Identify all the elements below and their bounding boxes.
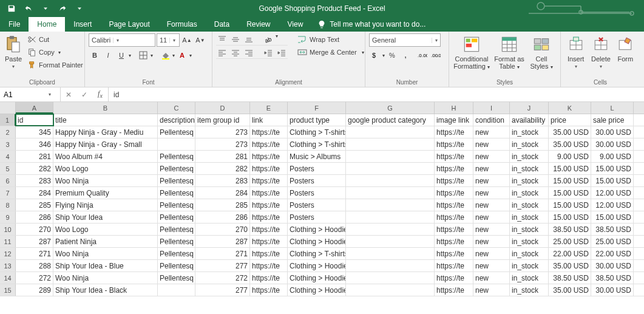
cell[interactable]	[346, 236, 435, 247]
fill-color-button[interactable]	[159, 49, 171, 61]
cell[interactable]: 287	[16, 236, 53, 247]
cell[interactable]: 22.00 USD	[591, 248, 634, 259]
wrap-text-button[interactable]: Wrap Text	[295, 33, 367, 46]
align-right-button[interactable]	[243, 47, 255, 59]
cell[interactable]: Woo Ninja	[53, 272, 158, 284]
row-header-10[interactable]: 10	[0, 224, 16, 235]
cell[interactable]: https://te	[250, 199, 288, 211]
cell[interactable]: 12.00 USD	[591, 187, 634, 199]
row-header-3[interactable]: 3	[0, 138, 16, 150]
cell[interactable]: Pellentesq	[158, 260, 195, 271]
cell[interactable]: Pellentesq	[158, 199, 195, 211]
format-cells-button[interactable]: Form	[615, 33, 636, 63]
cell[interactable]: 277	[195, 284, 250, 296]
cell[interactable]: Clothing > Hoodies	[288, 224, 346, 235]
align-center-button[interactable]	[229, 47, 242, 59]
cell[interactable]: Clothing > Hoodies	[288, 284, 346, 296]
enter-formula-button[interactable]: ✓	[76, 90, 92, 99]
cell[interactable]: 281	[195, 151, 250, 162]
row-header-2[interactable]: 2	[0, 126, 16, 138]
cell[interactable]: 272	[195, 272, 250, 284]
cell[interactable]: 286	[195, 211, 250, 223]
cell[interactable]: 30.00 USD	[591, 138, 634, 150]
cell[interactable]	[346, 199, 435, 211]
cell[interactable]: 25.00 USD	[591, 236, 634, 247]
align-bottom-button[interactable]	[243, 33, 255, 46]
cell[interactable]: sale price	[591, 114, 634, 126]
decrease-indent-button[interactable]	[262, 47, 274, 59]
row-header-7[interactable]: 7	[0, 187, 16, 199]
cell[interactable]: 272	[16, 272, 53, 284]
decrease-decimal-button[interactable]: .00.0	[430, 49, 442, 61]
cell[interactable]: Pellentesq	[158, 211, 195, 223]
delete-cells-button[interactable]: Delete▾	[589, 33, 612, 69]
cell[interactable]: new	[473, 284, 510, 296]
cell[interactable]: new	[473, 126, 510, 138]
cell[interactable]: 35.00 USD	[549, 260, 591, 271]
cell[interactable]	[346, 211, 435, 223]
cell[interactable]: Flying Ninja	[53, 199, 158, 211]
cell[interactable]: id	[16, 114, 53, 126]
cell[interactable]: Clothing > Hoodies	[288, 236, 346, 247]
format-painter-button[interactable]: Format Painter	[25, 59, 86, 71]
cell[interactable]: new	[473, 163, 510, 174]
cell[interactable]: 15.00 USD	[591, 175, 634, 186]
cell[interactable]: 35.00 USD	[549, 138, 591, 150]
cell[interactable]: Clothing > T-shirts	[288, 126, 346, 138]
cell[interactable]: 285	[16, 199, 53, 211]
cell[interactable]: https://te	[435, 126, 473, 138]
column-header-D[interactable]: D	[195, 102, 250, 114]
cell[interactable]: in_stock	[510, 248, 549, 259]
cell[interactable]: https://te	[250, 175, 288, 186]
cell[interactable]: https://te	[435, 248, 473, 259]
cell[interactable]: https://te	[250, 236, 288, 247]
format-as-table-button[interactable]: Format as Table ▾	[493, 33, 526, 70]
tab-data[interactable]: Data	[206, 17, 238, 32]
cell[interactable]: new	[473, 260, 510, 271]
cell[interactable]: Ship Your Idea - Blue	[53, 260, 158, 271]
cell[interactable]	[346, 224, 435, 235]
cell[interactable]: in_stock	[510, 151, 549, 162]
merge-center-button[interactable]: Merge & Center▾	[295, 46, 367, 58]
name-box[interactable]: ▾	[0, 87, 61, 101]
cell[interactable]	[346, 163, 435, 174]
cell[interactable]: https://te	[250, 272, 288, 284]
cell[interactable]	[158, 284, 195, 296]
cell[interactable]: 273	[195, 138, 250, 150]
align-left-button[interactable]	[216, 47, 228, 59]
tab-review[interactable]: Review	[238, 17, 279, 32]
font-size-combo[interactable]: 11▾	[157, 33, 180, 47]
column-header-C[interactable]: C	[158, 102, 195, 114]
cell[interactable]: 15.00 USD	[549, 175, 591, 186]
cell[interactable]: 15.00 USD	[549, 187, 591, 199]
chevron-down-icon[interactable]: ▾	[49, 92, 53, 97]
cell[interactable]: 38.50 USD	[549, 224, 591, 235]
cell[interactable]: 38.50 USD	[591, 224, 634, 235]
cell[interactable]: https://te	[435, 236, 473, 247]
cell[interactable]: https://te	[435, 224, 473, 235]
cell[interactable]: new	[473, 138, 510, 150]
row-header-1[interactable]: 1	[0, 114, 16, 126]
underline-button[interactable]: U	[115, 49, 127, 61]
tell-me-search[interactable]: Tell me what you want to do...	[317, 17, 425, 32]
cell[interactable]: https://te	[250, 284, 288, 296]
row-header-12[interactable]: 12	[0, 248, 16, 259]
orientation-button[interactable]: ab	[262, 33, 274, 46]
increase-indent-button[interactable]	[276, 47, 288, 59]
undo-more-button[interactable]	[38, 2, 53, 15]
cell[interactable]: https://te	[250, 163, 288, 174]
comma-button[interactable]: ,	[399, 49, 412, 61]
cell[interactable]: 38.50 USD	[549, 272, 591, 284]
number-format-combo[interactable]: General▾	[369, 33, 441, 47]
cell[interactable]: 345	[16, 126, 53, 138]
cancel-formula-button[interactable]: ✕	[61, 90, 76, 99]
column-header-H[interactable]: H	[435, 102, 473, 114]
cell[interactable]: Clothing > Hoodies	[288, 260, 346, 271]
cell[interactable]: in_stock	[510, 199, 549, 211]
column-header-F[interactable]: F	[288, 102, 346, 114]
font-color-button[interactable]: A	[176, 49, 188, 61]
cell[interactable]: 38.50 USD	[591, 272, 634, 284]
cell[interactable]: Pellentesq	[158, 236, 195, 247]
italic-button[interactable]: I	[102, 49, 114, 61]
undo-button[interactable]	[21, 2, 36, 15]
